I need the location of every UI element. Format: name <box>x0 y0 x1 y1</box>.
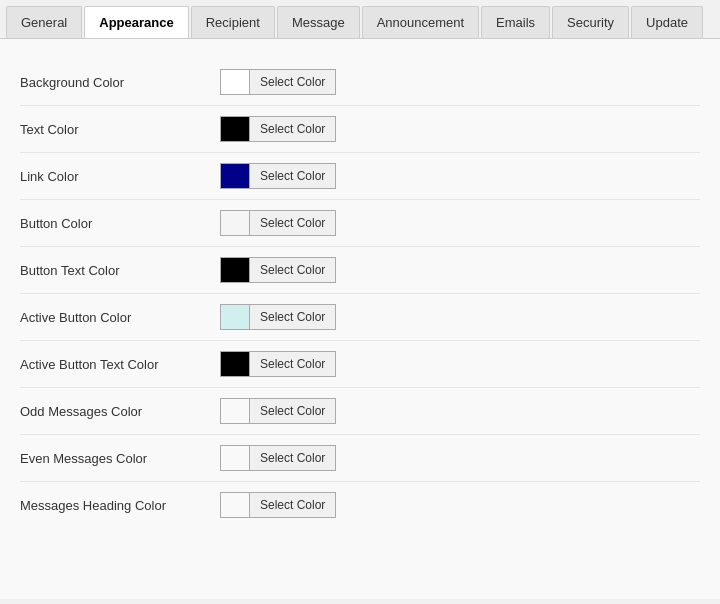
tab-emails[interactable]: Emails <box>481 6 550 38</box>
color-row-active-button-color: Active Button ColorSelect Color <box>20 294 700 341</box>
color-label-active-button-text-color: Active Button Text Color <box>20 357 220 372</box>
color-row-button-text-color: Button Text ColorSelect Color <box>20 247 700 294</box>
save-section: Save Changes <box>0 599 720 604</box>
content-area: Background ColorSelect ColorText ColorSe… <box>0 39 720 599</box>
select-color-button-text-color[interactable]: Select Color <box>250 116 336 142</box>
color-row-text-color: Text ColorSelect Color <box>20 106 700 153</box>
color-swatch-button-text-color <box>220 257 250 283</box>
color-row-odd-messages-color: Odd Messages ColorSelect Color <box>20 388 700 435</box>
color-swatch-background-color <box>220 69 250 95</box>
color-label-button-text-color: Button Text Color <box>20 263 220 278</box>
color-picker-button-color[interactable]: Select Color <box>220 210 336 236</box>
select-color-button-active-button-color[interactable]: Select Color <box>250 304 336 330</box>
select-color-button-odd-messages-color[interactable]: Select Color <box>250 398 336 424</box>
color-row-messages-heading-color: Messages Heading ColorSelect Color <box>20 482 700 528</box>
color-label-background-color: Background Color <box>20 75 220 90</box>
color-swatch-even-messages-color <box>220 445 250 471</box>
color-label-odd-messages-color: Odd Messages Color <box>20 404 220 419</box>
select-color-button-even-messages-color[interactable]: Select Color <box>250 445 336 471</box>
color-picker-active-button-color[interactable]: Select Color <box>220 304 336 330</box>
tab-message[interactable]: Message <box>277 6 360 38</box>
tab-announcement[interactable]: Announcement <box>362 6 479 38</box>
color-swatch-link-color <box>220 163 250 189</box>
tab-recipient[interactable]: Recipient <box>191 6 275 38</box>
select-color-button-background-color[interactable]: Select Color <box>250 69 336 95</box>
tab-update[interactable]: Update <box>631 6 703 38</box>
color-row-link-color: Link ColorSelect Color <box>20 153 700 200</box>
color-swatch-button-color <box>220 210 250 236</box>
color-swatch-messages-heading-color <box>220 492 250 518</box>
color-swatch-active-button-color <box>220 304 250 330</box>
select-color-button-active-button-text-color[interactable]: Select Color <box>250 351 336 377</box>
color-row-button-color: Button ColorSelect Color <box>20 200 700 247</box>
color-picker-button-text-color[interactable]: Select Color <box>220 257 336 283</box>
color-label-active-button-color: Active Button Color <box>20 310 220 325</box>
color-swatch-odd-messages-color <box>220 398 250 424</box>
color-picker-background-color[interactable]: Select Color <box>220 69 336 95</box>
color-picker-active-button-text-color[interactable]: Select Color <box>220 351 336 377</box>
color-picker-link-color[interactable]: Select Color <box>220 163 336 189</box>
tab-security[interactable]: Security <box>552 6 629 38</box>
color-row-active-button-text-color: Active Button Text ColorSelect Color <box>20 341 700 388</box>
tab-general[interactable]: General <box>6 6 82 38</box>
color-label-even-messages-color: Even Messages Color <box>20 451 220 466</box>
color-picker-odd-messages-color[interactable]: Select Color <box>220 398 336 424</box>
color-swatch-active-button-text-color <box>220 351 250 377</box>
color-picker-text-color[interactable]: Select Color <box>220 116 336 142</box>
color-label-button-color: Button Color <box>20 216 220 231</box>
color-label-messages-heading-color: Messages Heading Color <box>20 498 220 513</box>
color-row-even-messages-color: Even Messages ColorSelect Color <box>20 435 700 482</box>
select-color-button-button-text-color[interactable]: Select Color <box>250 257 336 283</box>
color-swatch-text-color <box>220 116 250 142</box>
color-label-text-color: Text Color <box>20 122 220 137</box>
tab-appearance[interactable]: Appearance <box>84 6 188 38</box>
tab-bar: GeneralAppearanceRecipientMessageAnnounc… <box>0 0 720 39</box>
select-color-button-button-color[interactable]: Select Color <box>250 210 336 236</box>
color-picker-even-messages-color[interactable]: Select Color <box>220 445 336 471</box>
select-color-button-messages-heading-color[interactable]: Select Color <box>250 492 336 518</box>
color-label-link-color: Link Color <box>20 169 220 184</box>
color-picker-messages-heading-color[interactable]: Select Color <box>220 492 336 518</box>
select-color-button-link-color[interactable]: Select Color <box>250 163 336 189</box>
color-row-background-color: Background ColorSelect Color <box>20 59 700 106</box>
